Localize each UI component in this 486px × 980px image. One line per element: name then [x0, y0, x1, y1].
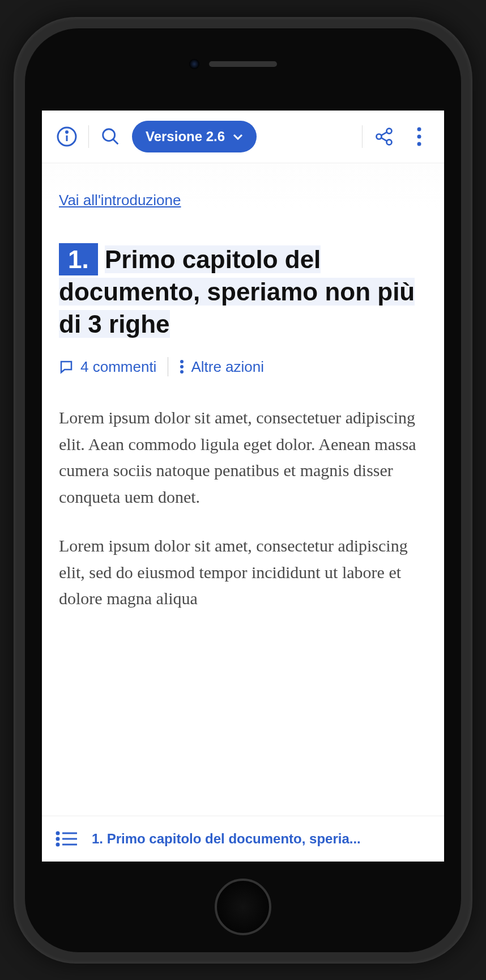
- phone-frame: Versione 2.6 Vai all'introduzione 1. Pri…: [14, 17, 472, 964]
- divider: [168, 357, 168, 376]
- bottom-bar: 1. Primo capitolo del documento, speria.…: [42, 816, 444, 862]
- svg-point-3: [103, 129, 115, 141]
- svg-point-13: [180, 360, 184, 363]
- front-camera: [189, 59, 199, 69]
- svg-point-12: [417, 142, 421, 146]
- paragraph: Lorem ipsum dolor sit amet, consectetuer…: [59, 405, 427, 510]
- share-button[interactable]: [370, 123, 398, 150]
- content-area: Vai all'introduzione 1. Primo capitolo d…: [42, 163, 444, 862]
- info-button[interactable]: [53, 123, 80, 150]
- svg-point-16: [57, 832, 59, 834]
- home-button[interactable]: [215, 879, 271, 935]
- more-vertical-icon: [180, 359, 184, 374]
- chevron-down-icon: [233, 133, 243, 140]
- comments-label: 4 commenti: [80, 358, 156, 376]
- more-actions-label: Altre azioni: [191, 358, 264, 376]
- chapter-actions: 4 commenti Altre azioni: [59, 357, 427, 376]
- phone-bezel: Versione 2.6 Vai all'introduzione 1. Pri…: [25, 28, 461, 952]
- svg-point-6: [377, 134, 382, 139]
- chapter-title-text: Primo capitolo del documento, speriamo n…: [59, 245, 415, 338]
- speaker-grille: [209, 61, 277, 67]
- comment-icon: [59, 359, 74, 374]
- svg-point-11: [417, 134, 421, 138]
- svg-line-4: [113, 139, 118, 144]
- more-button[interactable]: [406, 123, 433, 150]
- svg-point-20: [57, 843, 59, 846]
- list-icon: [56, 830, 78, 847]
- svg-line-8: [381, 131, 387, 135]
- divider: [362, 125, 363, 148]
- search-icon: [100, 126, 121, 147]
- version-selector[interactable]: Versione 2.6: [132, 121, 257, 152]
- svg-line-9: [381, 137, 387, 141]
- toolbar: Versione 2.6: [42, 111, 444, 163]
- svg-point-5: [387, 128, 392, 133]
- intro-link[interactable]: Vai all'introduzione: [59, 192, 181, 209]
- svg-point-2: [66, 131, 68, 133]
- divider: [88, 125, 89, 148]
- chapter-number: 1.: [59, 243, 98, 275]
- share-icon: [374, 126, 394, 147]
- screen: Versione 2.6 Vai all'introduzione 1. Pri…: [42, 111, 444, 862]
- version-label: Versione 2.6: [146, 129, 225, 145]
- breadcrumb-label[interactable]: 1. Primo capitolo del documento, speria.…: [92, 831, 361, 847]
- toc-button[interactable]: [56, 828, 78, 850]
- svg-point-14: [180, 365, 184, 368]
- svg-point-10: [417, 127, 421, 131]
- svg-point-18: [57, 838, 59, 840]
- more-vertical-icon: [417, 127, 421, 146]
- more-actions-button[interactable]: Altre azioni: [180, 358, 264, 376]
- chapter-title: 1. Primo capitolo del documento, speriam…: [59, 243, 427, 341]
- comments-button[interactable]: 4 commenti: [59, 358, 156, 376]
- search-button[interactable]: [97, 123, 124, 150]
- svg-point-7: [387, 139, 392, 145]
- info-icon: [56, 125, 78, 148]
- paragraph: Lorem ipsum dolor sit amet, consectetur …: [59, 533, 427, 612]
- svg-point-15: [180, 370, 184, 374]
